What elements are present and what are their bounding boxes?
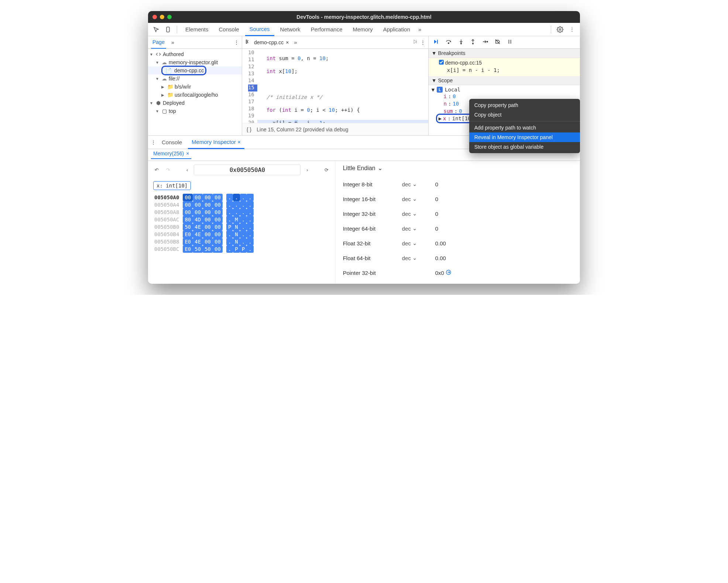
tree-file-selected[interactable]: 📄demo-cpp.cc [148, 66, 242, 75]
hex-byte[interactable]: 00 [203, 238, 213, 245]
ctx-copy-object[interactable]: Copy object [469, 110, 580, 120]
follow-pointer-icon[interactable] [446, 269, 451, 276]
ascii-byte[interactable]: . [247, 216, 253, 223]
hex-byte[interactable]: 4E [193, 238, 203, 245]
page-tab[interactable]: Page [151, 36, 166, 49]
breakpoints-head[interactable]: ▼Breakpoints [429, 49, 580, 58]
more-tabs-icon[interactable]: » [292, 39, 299, 45]
hex-row[interactable]: 005050B8E04E0000.N.. [153, 238, 254, 245]
hex-byte[interactable]: 00 [183, 201, 193, 208]
hex-byte[interactable]: 00 [203, 201, 213, 208]
code-area[interactable]: 1011121314151617181920 int sum = 0, n = … [242, 49, 428, 123]
ascii-byte[interactable]: . [233, 201, 240, 208]
object-chip[interactable]: x: int[10] [153, 181, 191, 190]
ascii-byte[interactable]: . [233, 208, 240, 216]
hex-byte[interactable]: 00 [203, 194, 213, 201]
ascii-byte[interactable]: . [240, 238, 247, 245]
ascii-byte[interactable]: . [226, 208, 233, 216]
format-selector[interactable]: dec⌄ [402, 240, 435, 246]
ascii-byte[interactable]: . [247, 231, 253, 238]
device-icon[interactable] [163, 24, 173, 35]
tree-folder[interactable]: ▶📁b/s/w/ir [148, 83, 242, 91]
ascii-byte[interactable]: . [226, 231, 233, 238]
ascii-byte[interactable]: . [240, 231, 247, 238]
editor-tab[interactable]: demo-cpp.cc× [254, 39, 289, 45]
run-snippet-icon[interactable] [412, 39, 418, 45]
ctx-copy-property-path[interactable]: Copy property path [469, 100, 580, 110]
hex-byte[interactable]: 00 [213, 194, 223, 201]
hex-byte[interactable]: 00 [203, 208, 213, 216]
tab-sources[interactable]: Sources [245, 23, 274, 36]
tab-console[interactable]: Console [214, 23, 244, 36]
endian-selector[interactable]: Little Endian⌄ [343, 165, 573, 172]
refresh-icon[interactable]: ⟳ [323, 166, 330, 174]
tab-elements[interactable]: Elements [181, 23, 213, 36]
hex-byte[interactable]: 00 [193, 201, 203, 208]
undo-icon[interactable]: ↶ [153, 166, 160, 174]
ascii-byte[interactable]: . [247, 194, 253, 201]
next-page-icon[interactable]: › [305, 166, 309, 174]
braces-icon[interactable]: { } [247, 127, 251, 132]
hex-byte[interactable]: 50 [193, 245, 203, 253]
ascii-byte[interactable]: . [226, 201, 233, 208]
ascii-byte[interactable]: . [247, 201, 253, 208]
deactivate-breakpoints-icon[interactable] [494, 39, 501, 46]
ascii-byte[interactable]: N [233, 238, 240, 245]
breakpoint-checkbox[interactable] [439, 60, 444, 65]
hex-byte[interactable]: 00 [183, 208, 193, 216]
hex-byte[interactable]: E0 [183, 231, 193, 238]
format-selector[interactable]: dec⌄ [402, 196, 435, 202]
tree-group-authored[interactable]: ▼Authored [148, 50, 242, 58]
tab-memory[interactable]: Memory [348, 23, 377, 36]
hex-byte[interactable]: 00 [193, 208, 203, 216]
hex-row[interactable]: 005050AC804D0000.M.. [153, 216, 254, 223]
hex-row[interactable]: 005050A400000000.... [153, 201, 254, 208]
ascii-byte[interactable]: . [247, 245, 253, 253]
inspect-icon[interactable] [151, 24, 161, 35]
nav-back-icon[interactable] [245, 39, 251, 45]
gear-icon[interactable] [555, 24, 565, 35]
memory-subtab[interactable]: Memory(256)× [151, 151, 191, 159]
hex-byte[interactable]: 50 [183, 223, 193, 231]
close-icon[interactable]: × [186, 151, 189, 156]
ascii-byte[interactable]: . [226, 238, 233, 245]
hex-byte[interactable]: 4E [193, 231, 203, 238]
ascii-byte[interactable]: . [240, 194, 247, 201]
ascii-byte[interactable]: P [240, 245, 247, 253]
hex-byte[interactable]: 00 [213, 245, 223, 253]
step-icon[interactable] [482, 39, 488, 46]
hex-byte[interactable]: E0 [183, 245, 193, 253]
kebab-icon[interactable]: ⋮ [234, 39, 239, 45]
resume-icon[interactable] [432, 39, 439, 46]
more-tabs-icon[interactable]: » [169, 39, 176, 45]
ascii-byte[interactable]: . [226, 194, 233, 201]
hex-byte[interactable]: 00 [213, 231, 223, 238]
tree-top[interactable]: ▼▢top [148, 107, 242, 115]
ascii-byte[interactable]: . [247, 223, 253, 231]
tree-host[interactable]: ▼☁memory-inspector.glit [148, 58, 242, 66]
ascii-byte[interactable]: N [233, 231, 240, 238]
ascii-byte[interactable]: . [240, 216, 247, 223]
hex-byte[interactable]: 00 [213, 238, 223, 245]
hex-byte[interactable]: 00 [213, 216, 223, 223]
tree-folder[interactable]: ▶📁usr/local/google/ho [148, 91, 242, 99]
tree-group-deployed[interactable]: ▼⬢Deployed [148, 99, 242, 107]
hex-row[interactable]: 005050A800000000.... [153, 208, 254, 216]
ascii-byte[interactable]: P [233, 245, 240, 253]
hex-byte[interactable]: 00 [193, 194, 203, 201]
step-out-icon[interactable] [470, 39, 476, 46]
hex-byte[interactable]: 00 [183, 194, 193, 201]
close-icon[interactable]: × [286, 39, 289, 45]
hex-byte[interactable]: 00 [213, 201, 223, 208]
redo-icon[interactable]: ↷ [165, 166, 172, 174]
breakpoint-item[interactable]: demo-cpp.cc:15 x[i] = n - i - 1; [429, 58, 580, 76]
format-selector[interactable]: dec⌄ [402, 210, 435, 217]
hex-byte[interactable]: 4E [193, 223, 203, 231]
hex-byte[interactable]: E0 [183, 238, 193, 245]
step-into-icon[interactable] [458, 39, 464, 46]
ascii-byte[interactable]: . [240, 223, 247, 231]
format-selector[interactable]: dec⌄ [402, 181, 435, 187]
ascii-byte[interactable]: . [247, 238, 253, 245]
tab-application[interactable]: Application [379, 23, 415, 36]
hex-row[interactable]: 005050B0504E0000PN.. [153, 223, 254, 231]
